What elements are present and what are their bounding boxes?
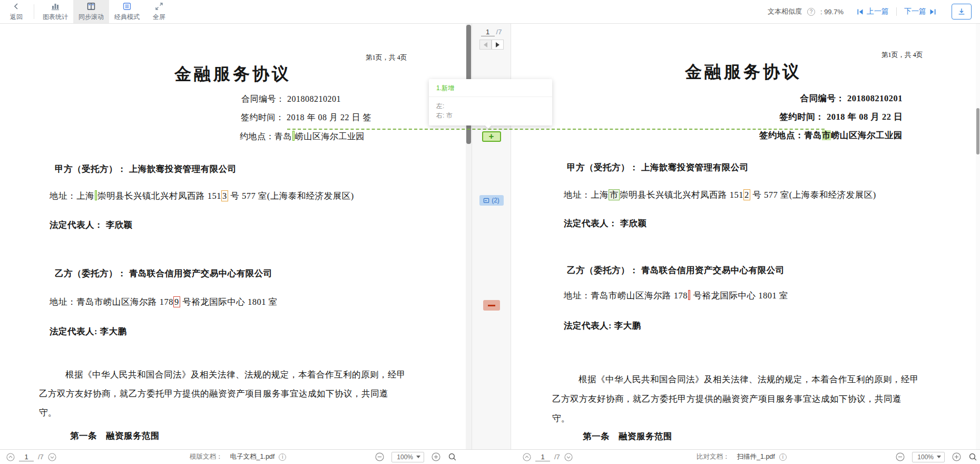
fullscreen-button[interactable]: 全屏 [145,0,173,23]
sync-scroll-button[interactable]: 同步滚动 [73,0,109,23]
similarity-label: 文本相似度 [768,7,802,16]
gutter-page-arrows [479,40,504,50]
preamble-paragraph: 根据《中华人民共和国合同法》及相关法律、法规的规定，本着合作互利的原则，经甲 乙… [39,365,406,422]
magnifier-icon[interactable] [448,452,457,461]
addr-a-mid: 崇明县长兴镇北兴村凤西路 151 [620,190,743,200]
modify-icon [483,197,490,204]
sign-time-line: 签约时间： 2018 年 08 月 22 日 [779,111,903,123]
diff-connector-line [287,129,825,130]
download-button[interactable] [952,4,972,20]
help-icon[interactable]: ? [807,8,815,16]
chart-stats-button[interactable]: 图表统计 [37,0,73,23]
list-icon [122,2,132,11]
sign-place-post: 崂山区海尔工业园 [831,130,903,140]
doc-title: 金融服务协议 [511,61,976,84]
template-doc-label: 模版文档： [190,452,223,461]
para-line: 乙方双方友好协商，就乙方委托甲方提供的融资资产项目服务事宜达成如下协议，共同遵 [39,384,406,403]
sign-time-line: 签约时间： 2018 年 08 月 22 日 签 [241,112,371,123]
addr-b-post: 号裕龙国际中心 1801 室 [691,291,788,301]
compared-doc-info: 比对文档： 扫描件_1.pdf i [697,450,787,464]
fullscreen-icon [154,2,164,11]
deleted-digit-highlight: 9 [173,296,180,307]
para-line: 乙方双方友好协商，就乙方委托甲方提供的融资资产项目服务事宜达成如下协议，共同遵 [552,389,919,409]
window-scrollbar[interactable] [976,24,980,449]
caret-down-icon [937,456,941,458]
address-b-line: 地址：青岛市崂山区海尔路 178 号裕龙国际中心 1801 室 [564,290,788,302]
chart-stats-label: 图表统计 [43,13,68,22]
page-down-icon[interactable] [48,453,56,461]
para-line: 根据《中华人民共和国合同法》及相关法律、法规的规定，本着合作互利的原则，经甲 [39,365,406,384]
scrollbar-thumb[interactable] [976,108,979,154]
address-a-line: 地址：上海市崇明县长兴镇北兴村凤西路 1512 号 577 室(上海泰和经济发展… [564,189,876,201]
para-line: 守。 [552,409,919,428]
diff-right-value: 右: 市 [436,111,545,120]
delete-diff-marker[interactable] [483,300,500,311]
page-header: 第1页，共 4页 [366,53,407,62]
compare-main: 第1页，共 4页 金融服务协议 合同编号： 201808210201 签约时间：… [0,24,980,449]
addr-b-pre: 地址：青岛市崂山区海尔路 178 [564,291,688,301]
insert-diff-marker[interactable]: + [482,131,501,142]
inserted-text-highlight: 市 [822,130,831,140]
template-doc-name: 电子文档_1.pdf [230,452,275,461]
addr-a-post: 号 577 室(上海泰和经济发展区) [750,190,876,200]
similarity-value: : 99.7% [820,8,844,16]
right-zoom-controls: 100% [896,450,977,464]
preamble-paragraph: 根据《中华人民共和国合同法》及相关法律、法规的规定，本着合作互利的原则，经甲 乙… [552,370,919,428]
gutter-next-page-button[interactable] [492,40,504,50]
footer: 1 /7 模版文档： 电子文档_1.pdf i 100% 1 [0,449,980,464]
gutter-page-indicator: 1/7 [472,28,511,36]
back-button[interactable]: 返回 [2,0,31,23]
party-a-line: 甲方（受托方）： 上海歆骞投资管理有限公司 [55,163,237,175]
next-doc-label: 下一篇 [904,7,926,16]
compared-doc-name: 扫描件_1.pdf [737,452,775,461]
back-label: 返回 [10,13,23,22]
prev-doc-label: 上一篇 [867,7,889,16]
chevron-left-icon [12,2,21,11]
changed-digit-highlight: 3 [221,190,228,201]
left-zoom-controls: 100% [375,450,457,464]
skip-next-icon [929,8,937,16]
nav-divider [896,7,897,16]
gutter-prev-page-button[interactable] [479,40,492,50]
modify-diff-marker[interactable]: (2) [479,195,504,206]
classic-mode-button[interactable]: 经典模式 [109,0,145,23]
caret-down-icon [416,456,420,458]
next-doc-button[interactable]: 下一篇 [904,7,937,16]
doc-title: 金融服务协议 [0,63,466,86]
sign-place-pre: 签约地点：青岛 [759,130,822,140]
zoom-in-icon[interactable] [952,452,961,461]
changed-digit-highlight: 2 [743,189,750,200]
page-down-icon[interactable] [564,453,573,461]
gutter-page-total: /7 [496,28,502,36]
minus-icon [488,305,495,306]
zoom-out-icon[interactable] [896,452,905,461]
zoom-in-icon[interactable] [432,452,440,461]
party-a-line: 甲方（受托方）： 上海歆骞投资管理有限公司 [567,162,749,173]
left-zoom-select[interactable]: 100% [391,452,424,462]
sign-place-pre: 约地点：青岛 [240,132,292,141]
right-page-input[interactable]: 1 [535,453,550,461]
contract-no-line: 合同编号： 201808210201 [241,94,341,105]
diff-tooltip-title: 1.新增 [429,79,552,97]
addr-b-pre: 地址：青岛市崂山区海尔路 178 [50,297,173,307]
left-page-input[interactable]: 1 [19,453,34,461]
right-zoom-select[interactable]: 100% [912,452,945,462]
template-doc-page: 第1页，共 4页 金融服务协议 合同编号： 201808210201 签约时间：… [0,24,466,449]
address-b-line: 地址：青岛市崂山区海尔路 1789 号裕龙国际中心 1801 室 [50,296,278,308]
inserted-text-highlight: 市 [609,189,620,200]
sync-scroll-label: 同步滚动 [79,13,104,22]
prev-doc-button[interactable]: 上一篇 [856,7,889,16]
magnifier-icon[interactable] [968,452,977,461]
page-up-icon[interactable] [6,453,15,461]
diff-tooltip: 1.新增 左: 右: 市 [429,79,552,125]
info-icon[interactable]: i [279,453,286,461]
zoom-out-icon[interactable] [375,452,384,461]
info-icon[interactable]: i [779,453,787,461]
sign-place-line: 签约地点：青岛市崂山区海尔工业园 [759,130,903,141]
right-page-total: /7 [554,453,560,461]
addr-a-post: 号 577 室(上海泰和经济发展区) [228,191,354,201]
addr-b-post: 号裕龙国际中心 1801 室 [180,297,278,307]
legal-rep-a-line: 法定代表人： 李欣颖 [564,218,647,229]
gutter-page-current[interactable]: 1 [481,28,495,36]
page-up-icon[interactable] [523,453,531,461]
